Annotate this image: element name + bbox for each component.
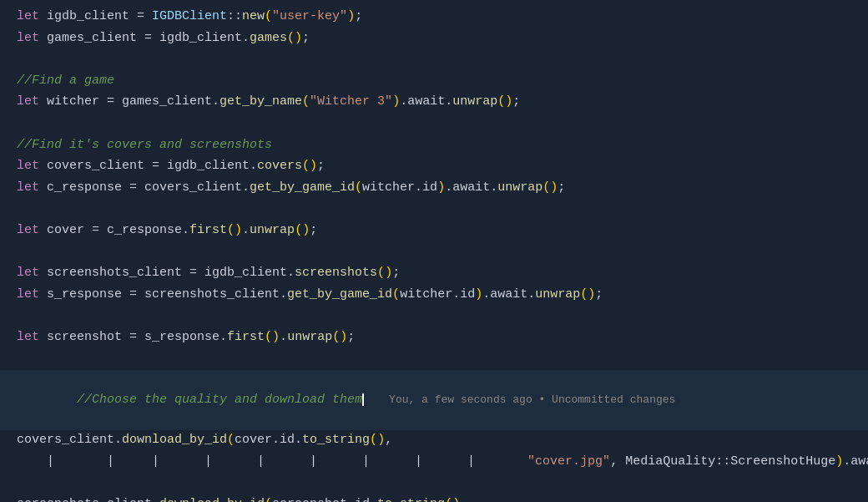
code-line-7: //Find it's covers and screenshots: [0, 135, 868, 157]
code-line-8: let covers_client = igdb_client.covers()…: [0, 156, 868, 178]
code-line-empty-21: [0, 473, 868, 494]
code-line-11: let cover = c_response.first().unwrap();: [0, 221, 868, 242]
code-line-empty-17: [0, 349, 868, 371]
code-line-empty-3: [0, 49, 868, 71]
code-line-empty-6: [0, 114, 868, 135]
code-line-20: | | | | | | | | | "cover.jpg", MediaQual…: [0, 452, 868, 474]
code-line-19: covers_client.download_by_id(cover.id.to…: [0, 430, 868, 452]
code-line-1: let igdb_client = IGDBClient::new("user-…: [0, 7, 868, 28]
code-line-13: let screenshots_client = igdb_client.scr…: [0, 263, 868, 285]
code-line-4: //Find a game: [0, 71, 868, 93]
code-line-14: let s_response = screenshots_client.get_…: [0, 285, 868, 307]
code-line-5: let witcher = games_client.get_by_name("…: [0, 92, 868, 114]
code-line-empty-10: [0, 199, 868, 221]
inline-git-status: You, a few seconds ago • Uncommitted cha…: [364, 392, 851, 409]
code-line-18-active: //Choose the quality and download them Y…: [0, 370, 868, 430]
code-line-9: let c_response = covers_client.get_by_ga…: [0, 178, 868, 200]
code-line-2: let games_client = igdb_client.games();: [0, 28, 868, 50]
code-area: let igdb_client = IGDBClient::new("user-…: [0, 0, 868, 502]
keyword: let: [17, 7, 39, 27]
code-editor[interactable]: let igdb_client = IGDBClient::new("user-…: [0, 0, 868, 502]
code-line-empty-12: [0, 242, 868, 264]
code-line-22: screenshots_client.download_by_id(screen…: [0, 494, 868, 502]
code-line-16: let screenshot = s_response.first().unwr…: [0, 327, 868, 349]
code-line-empty-15: [0, 306, 868, 327]
